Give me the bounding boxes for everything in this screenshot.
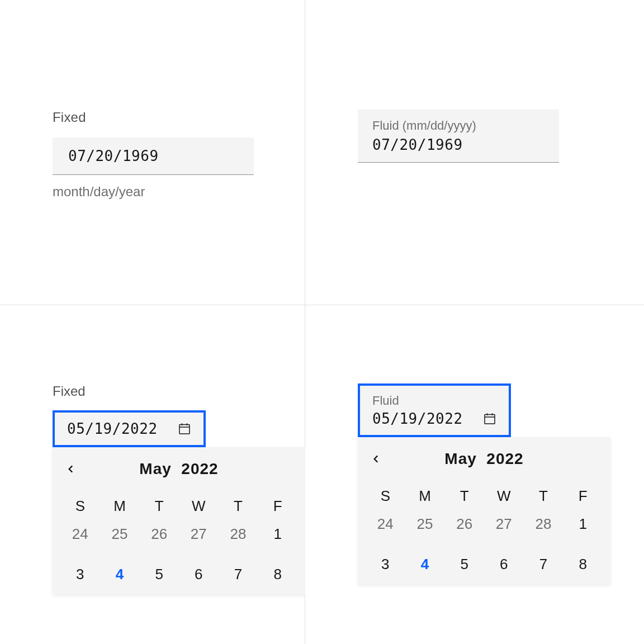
calendar-month-year[interactable]: May 2022 (82, 460, 276, 478)
date-input-value: 07/20/1969 (372, 136, 544, 153)
calendar-popover: May 2022 S M T W T F 24252627281345678 (358, 437, 610, 585)
calendar-month-year[interactable]: May 2022 (387, 450, 581, 468)
panel-fixed-simple: Fixed 07/20/1969 month/day/year (0, 0, 305, 305)
calendar-day[interactable]: 26 (444, 511, 484, 537)
calendar-day[interactable]: 7 (524, 551, 564, 577)
svg-rect-0 (179, 425, 190, 434)
panel-fluid-simple: Fluid (mm/dd/yyyy) 07/20/1969 (305, 0, 644, 305)
calendar-day[interactable]: 6 (484, 551, 524, 577)
calendar-day[interactable]: 27 (179, 521, 219, 547)
calendar-day[interactable]: 24 (60, 521, 100, 547)
label-fixed: Fixed (53, 383, 305, 399)
date-input-value: 07/20/1969 (68, 148, 238, 164)
label-fluid: Fluid (mm/dd/yyyy) (372, 119, 544, 133)
calendar-day[interactable]: 26 (139, 521, 179, 547)
calendar-day[interactable]: 7 (219, 561, 258, 587)
label-fluid: Fluid (372, 394, 496, 408)
calendar-day[interactable]: 1 (563, 511, 603, 537)
date-input-fluid[interactable]: Fluid (mm/dd/yyyy) 07/20/1969 (358, 110, 559, 163)
date-input-value: 05/19/2022 (67, 420, 168, 437)
calendar-icon[interactable] (178, 422, 191, 435)
panel-fluid-calendar: Fluid 05/19/2022 (305, 305, 644, 644)
calendar-day[interactable]: 5 (139, 561, 179, 587)
calendar-day[interactable]: 27 (484, 511, 524, 537)
calendar-day[interactable]: 4 (100, 561, 140, 587)
calendar-day[interactable]: 6 (179, 561, 219, 587)
calendar-day[interactable]: 4 (405, 551, 445, 577)
calendar-weekday-row: S M T W T F (358, 481, 610, 511)
calendar-day[interactable]: 3 (60, 561, 100, 587)
calendar-day[interactable]: 24 (366, 511, 405, 537)
date-input-fluid-open[interactable]: Fluid 05/19/2022 (358, 383, 511, 437)
calendar-weekday-row: S M T W T F (53, 491, 305, 521)
date-input-fixed[interactable]: 07/20/1969 (53, 138, 254, 175)
calendar-day[interactable]: 25 (405, 511, 445, 537)
calendar-day[interactable]: 8 (563, 551, 603, 577)
calendar-day[interactable]: 28 (219, 521, 258, 547)
calendar-icon[interactable] (483, 412, 496, 425)
calendar-day[interactable]: 1 (258, 521, 297, 547)
svg-rect-4 (485, 415, 495, 424)
date-input-value: 05/19/2022 (372, 410, 473, 427)
calendar-day[interactable]: 8 (258, 561, 297, 587)
calendar-popover: May 2022 S M T W T F 24252627281345678 (53, 447, 305, 595)
prev-month-button[interactable] (366, 448, 387, 470)
helper-text: month/day/year (53, 184, 254, 200)
panel-fixed-calendar: Fixed 05/19/2022 (0, 305, 305, 644)
calendar-day[interactable]: 25 (100, 521, 140, 547)
calendar-day[interactable]: 28 (524, 511, 564, 537)
calendar-day[interactable]: 5 (444, 551, 484, 577)
prev-month-button[interactable] (60, 458, 82, 480)
date-input-fixed-open[interactable]: 05/19/2022 (53, 410, 206, 447)
calendar-day[interactable]: 3 (366, 551, 405, 577)
label-fixed: Fixed (53, 110, 254, 125)
